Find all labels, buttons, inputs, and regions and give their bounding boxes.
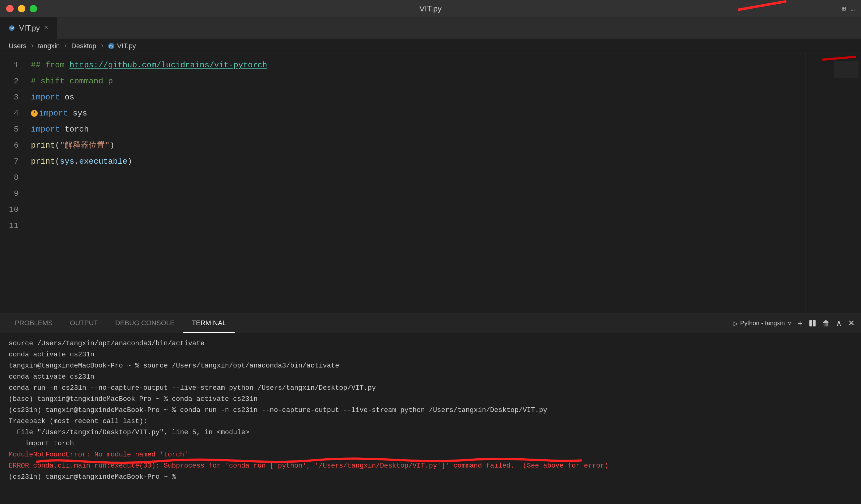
breadcrumb-sep-1: › <box>30 42 34 50</box>
paren-open-6: ( <box>55 137 60 153</box>
panel-right-controls: ▷ Python - tangxin ∨ + 🗑 ∧ ✕ <box>733 318 855 328</box>
code-line-11 <box>31 218 805 234</box>
panel-tab-bar: PROBLEMS OUTPUT DEBUG CONSOLE TERMINAL ▷… <box>0 313 861 333</box>
line-num-7: 7 <box>0 153 18 170</box>
add-terminal-button[interactable]: + <box>798 318 803 328</box>
term-line-10: import torch <box>9 438 852 449</box>
import-torch: torch <box>60 121 89 137</box>
code-line-3: import os <box>31 89 805 105</box>
traffic-lights <box>6 5 37 12</box>
term-line-13: (cs231n) tangxin@tangxindeMacBook-Pro ~ … <box>9 472 852 483</box>
terminal-instance-label[interactable]: ▷ Python - tangxin ∨ <box>733 320 791 327</box>
svg-text:py: py <box>109 44 113 48</box>
minimap <box>805 53 861 313</box>
tab-label: VIT.py <box>19 24 40 32</box>
code-line-10 <box>31 202 805 218</box>
split-icon <box>809 320 816 327</box>
breadcrumb-desktop[interactable]: Desktop <box>71 42 96 50</box>
comment-prefix: ## from <box>31 57 70 73</box>
svg-text:py: py <box>10 26 14 30</box>
terminal-content[interactable]: source /Users/tangxin/opt/anaconda3/bin/… <box>0 333 861 504</box>
breadcrumb-users[interactable]: Users <box>9 42 26 50</box>
tab-bar: py VIT.py × <box>0 17 861 39</box>
import-kw-4: import <box>39 105 68 121</box>
breadcrumb: Users › tangxin › Desktop › py VIT.py <box>0 39 861 53</box>
tab-vit-py[interactable]: py VIT.py × <box>0 17 57 39</box>
term-line-8: Traceback (most recent call last): <box>9 416 852 427</box>
term-line-9: File "/Users/tangxin/Desktop/VIT.py", li… <box>9 427 852 438</box>
tab-close-icon[interactable]: × <box>44 24 48 32</box>
code-line-9 <box>31 186 805 202</box>
comment-shift: # shift command p <box>31 73 113 89</box>
paren-close-7: ) <box>127 153 132 170</box>
red-underline-annotation <box>37 456 581 468</box>
minimap-highlight <box>822 56 856 61</box>
layout-icon[interactable]: ⊞ <box>842 5 846 13</box>
python-breadcrumb-icon: py <box>108 43 115 50</box>
maximize-button[interactable] <box>30 5 37 12</box>
breadcrumb-tangxin[interactable]: tangxin <box>38 42 60 50</box>
term-line-6: (base) tangxin@tangxindeMacBook-Pro ~ % … <box>9 394 852 405</box>
more-icon[interactable]: … <box>851 5 855 13</box>
minimize-button[interactable] <box>18 5 25 12</box>
print-fn-6: print <box>31 137 55 153</box>
link-vit-pytorch[interactable]: https://github.com/lucidrains/vit-pytorc… <box>70 57 267 73</box>
tab-debug-console[interactable]: DEBUG CONSOLE <box>107 313 183 333</box>
dot-7: . <box>74 153 79 170</box>
window-title: VIT.py <box>419 4 442 14</box>
editor: 1 2 3 4 5 6 7 8 9 10 11 ## from https://… <box>0 53 861 313</box>
term-line-7: (cs231n) tangxin@tangxindeMacBook-Pro ~ … <box>9 405 852 416</box>
term-line-5: conda run -n cs231n --no-capture-output … <box>9 383 852 394</box>
code-line-7: print(sys.executable) <box>31 153 805 170</box>
breadcrumb-sep-3: › <box>100 42 104 50</box>
close-panel-button[interactable]: ✕ <box>848 318 855 328</box>
code-line-1: ## from https://github.com/lucidrains/vi… <box>31 57 805 73</box>
tab-terminal[interactable]: TERMINAL <box>183 313 235 333</box>
import-os: os <box>60 89 74 105</box>
term-line-3: tangxin@tangxindeMacBook-Pro ~ % source … <box>9 360 852 372</box>
svg-rect-4 <box>809 320 812 326</box>
string-6: "解释器位置" <box>60 137 110 153</box>
paren-close-6: ) <box>110 137 115 153</box>
svg-rect-5 <box>813 320 816 326</box>
line-num-8: 8 <box>0 170 18 186</box>
code-line-4: !import sys <box>31 105 805 121</box>
panel: PROBLEMS OUTPUT DEBUG CONSOLE TERMINAL ▷… <box>0 313 861 504</box>
line-num-2: 2 <box>0 73 18 89</box>
code-line-6: print("解释器位置") <box>31 137 805 153</box>
breadcrumb-sep-2: › <box>64 42 68 50</box>
minimap-code-preview <box>834 61 859 78</box>
line-num-9: 9 <box>0 186 18 202</box>
line-num-11: 11 <box>0 218 18 234</box>
breadcrumb-file: py VIT.py <box>108 42 136 50</box>
close-button[interactable] <box>6 5 14 12</box>
collapse-panel-button[interactable]: ∧ <box>836 318 842 328</box>
warning-icon: ! <box>31 110 38 117</box>
sys-var: sys <box>60 153 74 170</box>
import-kw-5: import <box>31 121 60 137</box>
trash-terminal-button[interactable]: 🗑 <box>822 319 830 328</box>
paren-open-7: ( <box>55 153 60 170</box>
line-num-10: 10 <box>0 202 18 218</box>
tab-output[interactable]: OUTPUT <box>61 313 106 333</box>
term-line-4: conda activate cs231n <box>9 372 852 383</box>
line-num-4: 4 <box>0 105 18 121</box>
line-num-3: 3 <box>0 89 18 105</box>
code-line-2: # shift command p <box>31 73 805 89</box>
line-num-6: 6 <box>0 137 18 153</box>
tab-problems[interactable]: PROBLEMS <box>6 313 61 333</box>
import-kw-3: import <box>31 89 60 105</box>
code-line-8 <box>31 170 805 186</box>
term-line-2: conda activate cs231n <box>9 349 852 360</box>
python-icon: py <box>9 25 15 31</box>
import-sys: sys <box>68 105 87 121</box>
line-numbers: 1 2 3 4 5 6 7 8 9 10 11 <box>0 53 25 313</box>
title-bar-actions: ⊞ … <box>842 5 855 13</box>
term-line-1: source /Users/tangxin/opt/anaconda3/bin/… <box>9 338 852 349</box>
executable-attr: executable <box>79 153 127 170</box>
line-num-1: 1 <box>0 57 18 73</box>
breadcrumb-filename: VIT.py <box>117 42 136 50</box>
split-terminal-button[interactable] <box>809 320 816 327</box>
title-bar: VIT.py ⊞ … <box>0 0 861 17</box>
code-area[interactable]: ## from https://github.com/lucidrains/vi… <box>25 53 805 313</box>
